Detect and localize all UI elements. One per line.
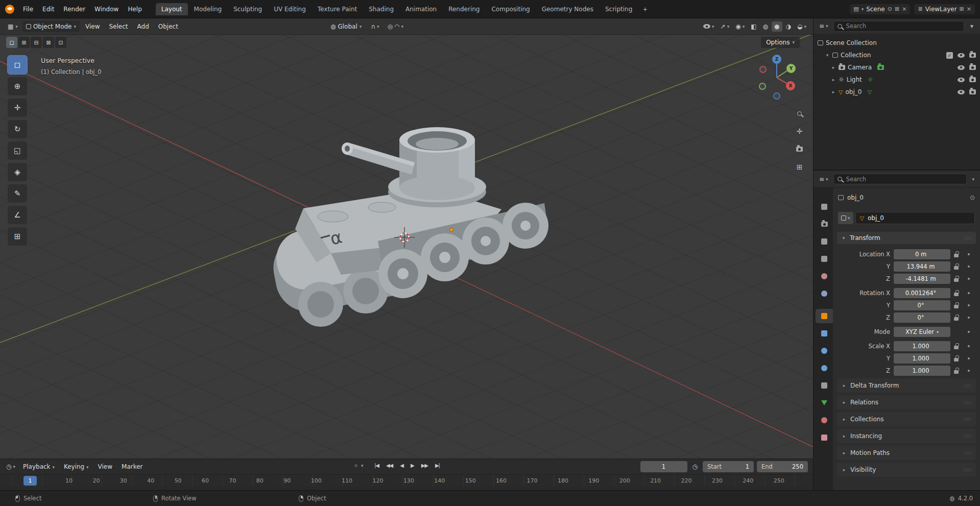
unlink-scene-icon[interactable]: ×: [902, 6, 906, 12]
viewport-menu[interactable]: Add: [133, 21, 154, 32]
animate-dot[interactable]: [968, 292, 970, 294]
shading-wireframe-button[interactable]: ◍: [760, 21, 771, 32]
workspace-tab[interactable]: Sculpting: [228, 3, 268, 15]
workspace-tab[interactable]: Modeling: [188, 3, 228, 15]
tool-button[interactable]: ◱: [7, 141, 28, 160]
frame-end-field[interactable]: End250: [757, 461, 808, 472]
viewport-3d[interactable]: α ◻⊞⊟⊠⊡ Options ▾: [0, 35, 813, 459]
browse-object-button[interactable]: ▾: [838, 212, 853, 224]
outliner-row-obj0[interactable]: ▸ ▽ obj_0 ▽: [814, 86, 980, 98]
timeline-editor-type-button[interactable]: ◷ ▾: [4, 462, 17, 472]
timeline-menu[interactable]: Keying ▾: [59, 461, 93, 472]
outliner-row-scene-collection[interactable]: Scene Collection: [814, 37, 980, 49]
gizmo-x-axis[interactable]: X: [786, 81, 795, 90]
viewlayer-selector[interactable]: ≣ ViewLayer ⊞ ×: [914, 4, 975, 14]
properties-editor-type-button[interactable]: ≡ ▾: [817, 174, 830, 184]
scene-tab[interactable]: [816, 269, 833, 283]
lock-icon[interactable]: [954, 305, 959, 308]
use-preview-range-button[interactable]: ◷: [690, 462, 700, 472]
tool-button[interactable]: ∠: [7, 205, 28, 225]
blender-logo-icon[interactable]: [5, 5, 14, 14]
select-mode-button[interactable]: ⊠: [43, 37, 54, 48]
snap-toggle[interactable]: ∩ ▾: [368, 21, 381, 32]
animate-dot[interactable]: [968, 317, 970, 319]
select-mode-button[interactable]: ◻: [6, 37, 17, 48]
timeline-ruler[interactable]: 1020304050607080901001101201301401501601…: [0, 474, 813, 487]
collapsed-section[interactable]: ▸ Instancing ∷∷: [837, 429, 976, 443]
workspace-tab[interactable]: Shading: [363, 3, 399, 15]
gizmo-neg-z-axis[interactable]: [773, 92, 780, 100]
value-field[interactable]: 0°: [894, 312, 950, 323]
gizmo-neg-x-axis[interactable]: [759, 66, 767, 73]
expand-icon[interactable]: ▸: [831, 77, 836, 82]
lock-icon[interactable]: [954, 346, 959, 349]
current-frame-marker[interactable]: 1: [23, 476, 37, 486]
panel-grip[interactable]: ∷∷: [964, 433, 971, 439]
proportional-edit-toggle[interactable]: ◎ ◠ ▾: [385, 21, 407, 32]
value-field[interactable]: -4.1481 m: [894, 274, 950, 284]
playback-button[interactable]: |◀: [372, 461, 382, 470]
hide-viewport-toggle[interactable]: [958, 90, 965, 94]
outliner-row-collection[interactable]: ▾ Collection ✓: [814, 49, 980, 61]
object-name-field[interactable]: ▽ obj_0: [855, 212, 975, 224]
outliner-row-camera[interactable]: ▸ Camera: [814, 61, 980, 74]
mode-select[interactable]: Object Mode ▾: [22, 21, 80, 32]
select-mode-button[interactable]: ⊡: [55, 37, 66, 48]
collapsed-section[interactable]: ▸ Relations ∷∷: [837, 395, 976, 409]
lock-icon[interactable]: [954, 317, 959, 321]
animate-dot[interactable]: [968, 304, 970, 306]
panel-grip[interactable]: ∷∷: [964, 400, 971, 405]
value-field[interactable]: 0°: [894, 300, 950, 310]
navigation-gizmo[interactable]: Z Y X: [751, 52, 802, 103]
options-button[interactable]: Options ▾: [761, 37, 800, 48]
gizmo-neg-y-axis[interactable]: [759, 83, 766, 90]
shading-solid-button[interactable]: ●: [772, 21, 782, 32]
value-field[interactable]: 0 m: [894, 249, 950, 259]
animate-dot[interactable]: [968, 345, 970, 347]
gizmos-dropdown[interactable]: ↗ ▾: [718, 21, 732, 32]
collapsed-section[interactable]: ▸ Collections ∷∷: [837, 412, 976, 426]
expand-icon[interactable]: ▸: [831, 65, 836, 70]
tool-button[interactable]: ◈: [7, 162, 28, 182]
filter-button[interactable]: ▼: [967, 22, 976, 30]
playback-button[interactable]: ▶▶: [418, 461, 431, 470]
object-tab[interactable]: [816, 309, 833, 323]
animate-dot[interactable]: [968, 266, 970, 268]
value-field[interactable]: 0.001264°: [894, 288, 950, 298]
value-field[interactable]: XYZ Euler ▾: [894, 327, 950, 337]
workspace-tab[interactable]: Scripting: [600, 3, 638, 15]
workspace-tab[interactable]: Animation: [400, 3, 442, 15]
workspace-tab[interactable]: Compositing: [486, 3, 535, 15]
new-viewlayer-icon[interactable]: ⊞: [960, 6, 964, 12]
topbar-menu[interactable]: Window: [90, 4, 123, 15]
select-mode-button[interactable]: ⊞: [18, 37, 30, 48]
toggle-ortho-button[interactable]: ⊞: [796, 162, 804, 172]
value-field[interactable]: 13.944 m: [894, 261, 950, 272]
topbar-menu[interactable]: Help: [123, 4, 146, 15]
tool-button[interactable]: ◻: [7, 55, 28, 75]
particles-tab[interactable]: [816, 344, 833, 358]
shading-material-button[interactable]: ◑: [783, 21, 794, 32]
disable-render-toggle[interactable]: [969, 89, 976, 94]
lock-icon[interactable]: [954, 266, 959, 270]
animate-dot[interactable]: [968, 253, 970, 255]
pin-icon[interactable]: ⊙: [970, 194, 975, 201]
hide-viewport-toggle[interactable]: [958, 65, 965, 70]
outliner-row-light[interactable]: ▸ ☼ Light ☼: [814, 74, 980, 86]
lock-icon[interactable]: [954, 358, 959, 362]
output-tab[interactable]: [816, 234, 833, 249]
animate-dot[interactable]: [968, 278, 970, 280]
playback-button[interactable]: ◀: [397, 461, 407, 470]
timeline-menu[interactable]: View: [93, 461, 117, 472]
new-scene-icon[interactable]: ⊞: [895, 6, 899, 12]
viewport-menu[interactable]: View: [81, 21, 104, 32]
value-field[interactable]: 1.000: [894, 353, 950, 364]
topbar-menu[interactable]: File: [18, 4, 38, 15]
topbar-menu[interactable]: Edit: [38, 4, 59, 15]
animate-dot[interactable]: [968, 331, 970, 333]
collapsed-section[interactable]: ▸ Delta Transform ∷∷: [837, 378, 976, 393]
panel-grip[interactable]: ∷∷: [964, 417, 971, 422]
properties-search-input[interactable]: [845, 175, 963, 183]
texture-tab[interactable]: [816, 430, 833, 445]
zoom-button[interactable]: [796, 110, 803, 117]
